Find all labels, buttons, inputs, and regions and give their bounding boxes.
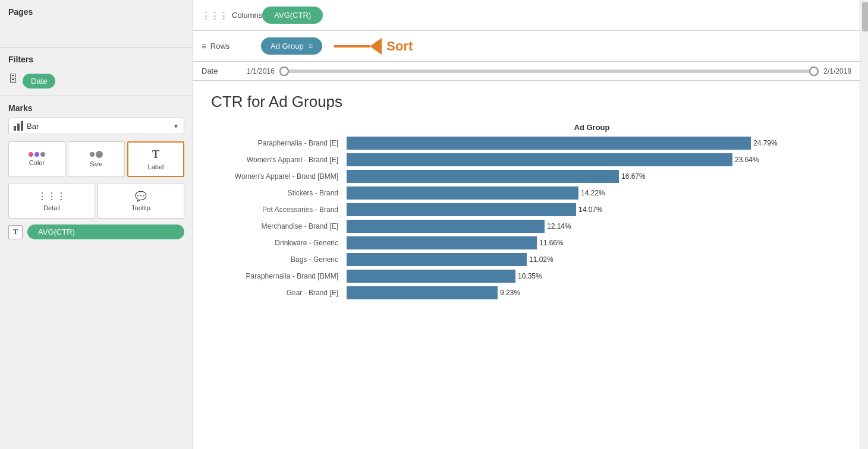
chart-title: CTR for Ad Groups	[211, 93, 842, 111]
right-panel: ⋮⋮⋮ Columns AVG(CTR) ≡ Rows Ad Group ≡ S…	[193, 0, 860, 449]
marks-tooltip-cell[interactable]: 💬 Tooltip	[98, 183, 184, 219]
bar-track: 14.22%	[347, 186, 842, 200]
tooltip-icon: 💬	[135, 191, 147, 202]
bar-fill	[347, 170, 619, 183]
filters-title: Filters	[8, 55, 184, 64]
bar-label: Women's Apparel - Brand [BMM]	[211, 172, 342, 181]
bar-fill	[347, 253, 527, 266]
date-range-slider[interactable]	[279, 69, 819, 73]
bar-fill	[347, 203, 576, 216]
label-cell-label: Label	[148, 163, 164, 170]
bar-track: 9.23%	[347, 286, 842, 299]
slider-left-thumb[interactable]	[279, 67, 289, 76]
avg-ctr-pill-button[interactable]: AVG(CTR)	[27, 224, 184, 239]
pages-section: Pages	[0, 0, 193, 48]
columns-shelf: ⋮⋮⋮ Columns AVG(CTR)	[193, 0, 860, 31]
date-end-value: 2/1/2018	[823, 67, 851, 75]
database-icon: 🗄	[8, 74, 18, 84]
date-filter-pill[interactable]: Date	[23, 74, 55, 88]
slider-right-thumb[interactable]	[809, 67, 819, 76]
arrow-indicator	[334, 38, 382, 55]
detail-label: Detail	[43, 204, 60, 211]
date-slider-container: 1/1/2016 2/1/2018	[247, 67, 851, 75]
bar-label: Drinkware - Generic	[211, 239, 342, 247]
bar-fill	[347, 270, 515, 283]
tooltip-label: Tooltip	[131, 204, 150, 211]
bar-label: Pet Accessories - Brand	[211, 205, 342, 214]
marks-label-cell[interactable]: T Label	[127, 141, 184, 177]
sort-annotation-label: Sort	[386, 39, 413, 54]
ad-group-pill[interactable]: Ad Group ≡	[261, 37, 322, 55]
columns-label-area: ⋮⋮⋮ Columns	[202, 10, 262, 21]
marks-color-cell[interactable]: Color	[8, 141, 65, 177]
marks-type-label: Bar	[27, 122, 39, 131]
bar-value: 10.35%	[518, 272, 542, 280]
bar-row[interactable]: Drinkware - Generic 11.66%	[211, 236, 842, 249]
bar-label: Paraphernalia - Brand [E]	[211, 139, 342, 147]
bar-value: 14.07%	[578, 205, 603, 214]
rows-shelf: ≡ Rows Ad Group ≡ Sort	[193, 31, 860, 62]
arrow-line	[334, 45, 370, 48]
bar-track: 16.67%	[347, 170, 842, 183]
bar-rows-container: Paraphernalia - Brand [E] 24.79% Women's…	[211, 137, 842, 303]
rows-pills: Ad Group ≡ Sort	[261, 37, 851, 55]
marks-type-dropdown[interactable]: Bar ▼	[8, 118, 184, 134]
bar-label: Gear - Brand [E]	[211, 289, 342, 297]
bar-fill	[347, 236, 537, 249]
rows-icon: ≡	[202, 41, 207, 51]
marks-detail-cell[interactable]: ⋮⋮⋮ Detail	[8, 183, 95, 219]
columns-icon: ⋮⋮⋮	[202, 10, 228, 21]
date-start-value: 1/1/2016	[247, 67, 275, 75]
bar-row[interactable]: Women's Apparel - Brand [BMM] 16.67%	[211, 170, 842, 183]
bar-track: 12.14%	[347, 220, 842, 233]
bar-row[interactable]: Women's Apparel - Brand [E] 23.64%	[211, 153, 842, 166]
bar-value: 12.14%	[547, 222, 571, 230]
bar-row[interactable]: Paraphernalia - Brand [E] 24.79%	[211, 137, 842, 150]
bar-track: 10.35%	[347, 270, 842, 283]
bar-value: 9.23%	[500, 289, 520, 297]
bar-row[interactable]: Merchandise - Brand [E] 12.14%	[211, 220, 842, 233]
bar-label: Merchandise - Brand [E]	[211, 222, 342, 230]
size-icon	[90, 151, 103, 158]
marks-size-cell[interactable]: Size	[68, 141, 125, 177]
t-box-icon: T	[13, 227, 18, 236]
bar-value: 23.64%	[735, 156, 759, 164]
marks-section: Marks Bar ▼ Color	[0, 96, 193, 449]
left-panel: Pages Filters 🗄 Date Marks Bar ▼	[0, 0, 193, 449]
bar-row[interactable]: Bags - Generic 11.02%	[211, 253, 842, 266]
bar-value: 14.22%	[581, 189, 605, 197]
bar-row[interactable]: Stickers - Brand 14.22%	[211, 186, 842, 200]
sort-filter-icon: ≡	[309, 42, 313, 50]
columns-text: Columns	[232, 11, 262, 20]
avg-ctr-column-pill[interactable]: AVG(CTR)	[262, 7, 323, 24]
bar-track: 11.66%	[347, 236, 842, 249]
bar-value: 16.67%	[621, 172, 646, 181]
bar-label: Stickers - Brand	[211, 189, 342, 197]
scrollbar[interactable]	[860, 0, 868, 449]
color-dots-icon	[29, 152, 45, 157]
columns-pills: AVG(CTR)	[262, 7, 851, 24]
pages-title: Pages	[8, 7, 184, 17]
T-icon: T	[152, 148, 159, 161]
bar-fill	[347, 220, 545, 233]
rows-label-area: ≡ Rows	[202, 41, 261, 51]
bar-track: 24.79%	[347, 137, 842, 150]
bar-track: 14.07%	[347, 203, 842, 216]
bar-track: 11.02%	[347, 253, 842, 266]
marks-title: Marks	[8, 103, 184, 113]
date-filter-row: Date 1/1/2016 2/1/2018	[193, 62, 860, 81]
bar-row[interactable]: Gear - Brand [E] 9.23%	[211, 286, 842, 299]
scrollbar-thumb[interactable]	[862, 2, 868, 31]
color-label: Color	[29, 159, 45, 166]
arrow-head	[370, 38, 382, 55]
bar-value: 24.79%	[753, 139, 778, 147]
bar-row[interactable]: Pet Accessories - Brand 14.07%	[211, 203, 842, 216]
bar-track: 23.64%	[347, 153, 842, 166]
rows-text: Rows	[210, 42, 230, 50]
bar-value: 11.02%	[529, 255, 553, 264]
bar-row[interactable]: Paraphernalia - Brand [BMM] 10.35%	[211, 270, 842, 283]
bar-fill	[347, 186, 578, 200]
bar-fill	[347, 153, 732, 166]
chart-axis-header: Ad Group	[211, 123, 842, 132]
date-filter-label: Date	[31, 77, 47, 86]
